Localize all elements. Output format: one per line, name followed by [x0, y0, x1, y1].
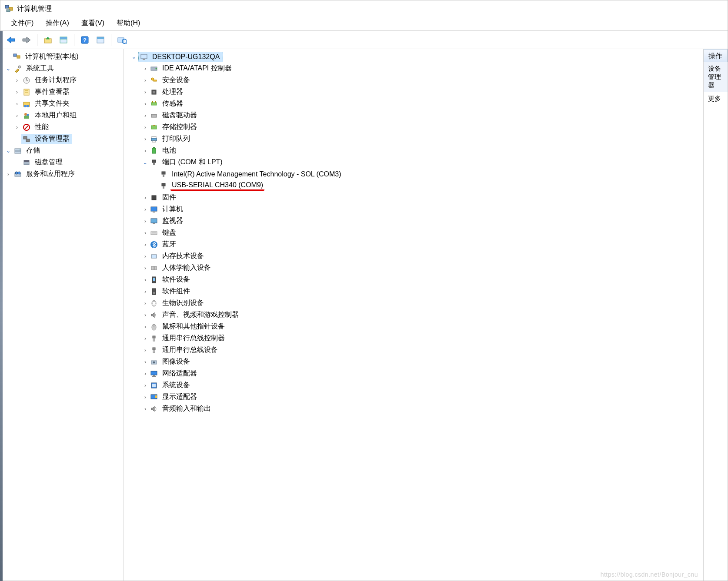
- chevron-right-icon[interactable]: ›: [142, 288, 149, 295]
- chevron-down-icon[interactable]: ⌄: [5, 65, 12, 72]
- chevron-right-icon[interactable]: ›: [142, 394, 149, 401]
- cat-memory-tech[interactable]: ›内存技术设备: [124, 250, 703, 262]
- cat-software-devices[interactable]: ›软件设备: [124, 274, 703, 286]
- cat-sensors[interactable]: ›传感器: [124, 98, 703, 110]
- tree-root[interactable]: ▶ 计算机管理(本地): [0, 51, 123, 63]
- chevron-right-icon[interactable]: ›: [5, 171, 12, 178]
- chevron-right-icon[interactable]: ›: [142, 65, 149, 72]
- cat-software-components[interactable]: ›软件组件: [124, 286, 703, 297]
- chevron-right-icon[interactable]: ›: [142, 206, 149, 213]
- chevron-right-icon[interactable]: ›: [13, 124, 20, 131]
- device-tree[interactable]: ⌄ DESKTOP-UG132QA ›IDE ATA/ATAPI 控制器 ›安全…: [124, 51, 703, 415]
- tree-system-tools[interactable]: ⌄ 系统工具: [0, 63, 123, 74]
- cat-imaging[interactable]: ›图像设备: [124, 356, 703, 368]
- chevron-right-icon[interactable]: ›: [142, 382, 149, 389]
- chevron-right-icon[interactable]: ›: [13, 89, 20, 96]
- chevron-right-icon[interactable]: ›: [142, 370, 149, 377]
- chevron-right-icon[interactable]: ›: [142, 323, 149, 330]
- refresh-button[interactable]: [115, 33, 128, 46]
- tree-storage[interactable]: ⌄ 存储: [0, 145, 123, 156]
- menu-view[interactable]: 查看(V): [75, 17, 110, 30]
- cat-usb-devices[interactable]: ›通用串行总线设备: [124, 344, 703, 356]
- usb-icon: [150, 346, 158, 355]
- cat-computer[interactable]: ›计算机: [124, 203, 703, 215]
- cat-sound[interactable]: ›声音、视频和游戏控制器: [124, 309, 703, 321]
- chevron-right-icon[interactable]: ›: [142, 405, 149, 412]
- back-button[interactable]: [4, 33, 17, 46]
- chevron-right-icon[interactable]: ›: [142, 77, 149, 84]
- cat-monitors[interactable]: ›监视器: [124, 215, 703, 227]
- tree-local-users[interactable]: ›本地用户和组: [0, 110, 123, 121]
- cat-system-devices[interactable]: ›系统设备: [124, 379, 703, 391]
- usb-icon: [150, 334, 158, 343]
- chevron-right-icon[interactable]: ›: [142, 100, 149, 107]
- port-usb-serial[interactable]: USB-SERIAL CH340 (COM9): [124, 180, 703, 192]
- svg-rect-59: [152, 160, 156, 163]
- cat-keyboards[interactable]: ›键盘: [124, 227, 703, 239]
- chevron-down-icon[interactable]: ⌄: [142, 159, 149, 166]
- cat-hid[interactable]: ›人体学输入设备: [124, 262, 703, 274]
- cat-storage-ctrl[interactable]: ›存储控制器: [124, 121, 703, 133]
- chevron-right-icon[interactable]: ›: [142, 147, 149, 154]
- cat-mice[interactable]: ›鼠标和其他指针设备: [124, 321, 703, 332]
- cat-printers[interactable]: ›打印队列: [124, 133, 703, 145]
- cat-ports[interactable]: ⌄端口 (COM 和 LPT): [124, 156, 703, 168]
- chevron-right-icon[interactable]: ›: [142, 89, 149, 96]
- cat-bluetooth[interactable]: ›蓝牙: [124, 239, 703, 250]
- chevron-right-icon[interactable]: ›: [142, 276, 149, 283]
- cat-audio-io[interactable]: ›音频输入和输出: [124, 403, 703, 415]
- chevron-right-icon[interactable]: ›: [142, 194, 149, 201]
- cat-display-adapters[interactable]: ›显示适配器: [124, 391, 703, 403]
- cat-processors[interactable]: ›处理器: [124, 86, 703, 98]
- actions-device-mgr[interactable]: 设备管理器: [704, 62, 728, 92]
- chevron-right-icon[interactable]: ›: [142, 347, 149, 354]
- forward-button[interactable]: [20, 33, 33, 46]
- menu-help[interactable]: 帮助(H): [110, 17, 146, 30]
- tree-event-viewer[interactable]: ›事件查看器: [0, 86, 123, 98]
- menu-action[interactable]: 操作(A): [40, 17, 75, 30]
- menu-file[interactable]: 文件(F): [5, 17, 40, 30]
- port-icon: [159, 182, 168, 190]
- chevron-right-icon[interactable]: ›: [142, 265, 149, 272]
- cat-batteries[interactable]: ›电池: [124, 145, 703, 156]
- svg-rect-63: [162, 183, 165, 186]
- tree-performance[interactable]: ›性能: [0, 121, 123, 133]
- cat-disks[interactable]: ›磁盘驱动器: [124, 110, 703, 121]
- chevron-right-icon[interactable]: ›: [142, 136, 149, 143]
- chevron-right-icon[interactable]: ›: [142, 124, 149, 131]
- cat-usb-controllers[interactable]: ›通用串行总线控制器: [124, 332, 703, 344]
- cat-biometric[interactable]: ›生物识别设备: [124, 297, 703, 309]
- tree-device-manager[interactable]: ›设备管理器: [0, 133, 123, 145]
- cat-network[interactable]: ›网络适配器: [124, 368, 703, 379]
- chevron-down-icon[interactable]: ⌄: [5, 147, 12, 154]
- chevron-right-icon[interactable]: ›: [142, 335, 149, 342]
- chevron-right-icon[interactable]: ›: [142, 241, 149, 248]
- chevron-right-icon[interactable]: ›: [13, 77, 20, 84]
- device-root[interactable]: ⌄ DESKTOP-UG132QA: [124, 51, 703, 63]
- help-button[interactable]: ?: [78, 33, 91, 46]
- chevron-right-icon[interactable]: ›: [142, 112, 149, 119]
- chevron-right-icon[interactable]: ›: [142, 359, 149, 365]
- chevron-right-icon[interactable]: ›: [142, 218, 149, 225]
- left-tree[interactable]: ▶ 计算机管理(本地) ⌄: [0, 51, 123, 180]
- actions-more[interactable]: 更多: [704, 92, 728, 106]
- tree-shared-folders[interactable]: ›共享文件夹: [0, 98, 123, 110]
- tree-disk-management[interactable]: ›磁盘管理: [0, 156, 123, 168]
- chevron-right-icon[interactable]: ›: [142, 312, 149, 319]
- chevron-right-icon[interactable]: ›: [13, 112, 20, 119]
- port-intel-amt[interactable]: Intel(R) Active Management Technology - …: [124, 168, 703, 180]
- tree-task-scheduler[interactable]: ›任务计划程序: [0, 74, 123, 86]
- console-button[interactable]: [94, 33, 107, 46]
- tree-services-apps[interactable]: › 服务和应用程序: [0, 168, 123, 180]
- up-button[interactable]: [41, 33, 54, 46]
- chevron-right-icon[interactable]: ›: [142, 300, 149, 307]
- properties-button[interactable]: [57, 33, 70, 46]
- cat-ide[interactable]: ›IDE ATA/ATAPI 控制器: [124, 63, 703, 74]
- chevron-right-icon[interactable]: ›: [142, 229, 149, 236]
- cat-firmware[interactable]: ›固件: [124, 192, 703, 203]
- bluetooth-icon: [150, 240, 158, 249]
- chevron-down-icon[interactable]: ⌄: [130, 53, 137, 60]
- cat-security[interactable]: ›安全设备: [124, 74, 703, 86]
- chevron-right-icon[interactable]: ›: [13, 100, 20, 107]
- chevron-right-icon[interactable]: ›: [142, 253, 149, 260]
